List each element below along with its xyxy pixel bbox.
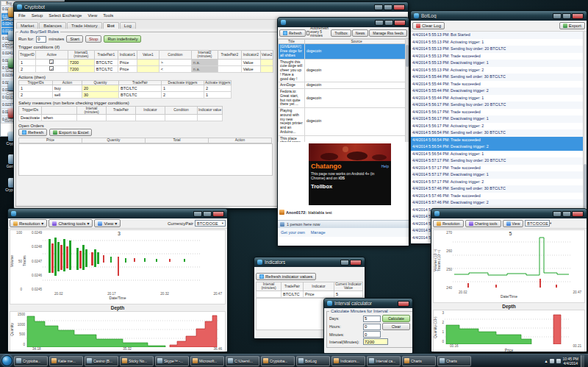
maximize-button[interactable]	[203, 211, 212, 217]
log-entry[interactable]: 4/4/2014 5:56:54 PM: Deactivating trigge…	[411, 143, 587, 151]
log-entry[interactable]: 4/4/2014 5:56:54 PM: Trade succeeded	[411, 137, 587, 144]
taskbar-window-button[interactable]: Skype™ -...	[155, 356, 189, 366]
log-entry[interactable]: 4/4/2014 5:55:44 PM: Activating trigger:…	[411, 95, 587, 102]
menu-item[interactable]: View	[85, 13, 99, 18]
close-button[interactable]	[572, 211, 584, 217]
log-entry[interactable]: 4/4/2014 5:57:46 PM: Trade succeeded	[411, 193, 587, 200]
log-entry[interactable]: 4/4/2014 5:56:17 PM: Activating trigger:…	[411, 123, 587, 130]
taskbar-window-button[interactable]: Charts	[402, 356, 436, 366]
taskbar-window-button[interactable]: Charts	[437, 356, 471, 366]
start-button[interactable]: Start	[66, 35, 83, 43]
help-link[interactable]: Help	[381, 164, 389, 168]
autorefresh-checkbox[interactable]	[306, 31, 310, 35]
taskbar-window-button[interactable]: C:\Users\...	[226, 356, 259, 366]
charting-tools-button[interactable]: Charting tools▾	[49, 219, 93, 227]
charts-titlebar[interactable]	[8, 209, 227, 218]
close-button[interactable]	[350, 260, 362, 266]
refresh-orders-button[interactable]: Refresh	[18, 129, 47, 136]
log-entry[interactable]: 4/4/2014 5:57:17 PM: Trade succeeded	[411, 165, 587, 172]
log-entry[interactable]: 4/4/2014 5:55:13 PM: Deactivating trigge…	[411, 60, 587, 67]
clock[interactable]: 10:45 PM 4/4/2014	[563, 357, 578, 366]
minimize-button[interactable]	[340, 260, 349, 266]
minimize-button[interactable]	[375, 20, 384, 26]
maximize-button[interactable]	[384, 20, 393, 26]
trigger-row[interactable]: 1 ✓ 7200 BTC/LTC Price > n.a. Value	[19, 59, 273, 65]
menu-item[interactable]: Select Exchange	[46, 13, 84, 18]
log-entry[interactable]: 4/4/2014 5:56:17 PM: Trade succeeded	[411, 109, 587, 116]
manage-link[interactable]: Manage	[311, 230, 326, 235]
news-row[interactable]: AnnDoge dogecoin	[279, 82, 409, 89]
close-button[interactable]	[212, 211, 224, 217]
menu-item[interactable]: Setup	[29, 13, 46, 18]
tray-expand-icon[interactable]: ▴	[545, 358, 548, 363]
indicator-row[interactable]: BTC/LTC Price 5	[257, 291, 363, 297]
taskbar-window-button[interactable]: Cryptoba...	[14, 356, 48, 366]
calculate-button[interactable]: Calculate	[382, 315, 410, 322]
view-button[interactable]: View▾	[94, 219, 121, 227]
minimize-button[interactable]	[553, 211, 562, 217]
log-entry[interactable]: 4/4/2014 5:55:44 PM: Deactivating trigge…	[411, 88, 587, 95]
currencypair-select[interactable]: BTC/DOGE▾	[195, 220, 226, 227]
taskbar-window-button[interactable]: Indicators...	[331, 356, 365, 366]
menu-item[interactable]: Tools	[101, 13, 115, 18]
news-row[interactable]: Thought this cute doge will cheer you up…	[279, 59, 409, 82]
close-button[interactable]	[398, 301, 409, 307]
days-input[interactable]	[363, 316, 381, 322]
log-entry[interactable]: 4/4/2014 5:56:17 PM: Deactivating trigge…	[411, 115, 587, 123]
active-checkbox[interactable]: ✓	[49, 66, 54, 71]
taskbar-window-button[interactable]: Sticky No...	[120, 356, 154, 366]
manage-rss-button[interactable]: Manage Rss feeds	[369, 29, 407, 37]
log-entry[interactable]: 4/4/2014 5:57:46 PM: Deactivating trigge…	[411, 199, 587, 207]
cryptobot-titlebar[interactable]: Cryptobot	[14, 2, 408, 12]
news-row[interactable]: This place should come with a warning la…	[279, 135, 409, 142]
tab[interactable]: Bot	[103, 22, 119, 29]
refresh-news-button[interactable]: Refresh	[279, 29, 306, 37]
scrollbar[interactable]	[405, 39, 409, 142]
view-button[interactable]: View	[503, 220, 524, 227]
show-desktop-button[interactable]	[581, 355, 584, 367]
active-checkbox[interactable]: ✓	[49, 60, 54, 64]
taskbar-window-button[interactable]: Microsoft...	[190, 356, 224, 366]
log-entry[interactable]: 4/4/2014 5:57:17 PM: Activating trigger:…	[411, 179, 587, 186]
tab[interactable]: Market	[16, 22, 38, 29]
minimize-button[interactable]	[193, 211, 202, 217]
indicators-titlebar[interactable]: Indicators	[254, 257, 365, 267]
minutes-input[interactable]	[363, 331, 381, 338]
action-row[interactable]: 1 buy 20 BTC/LTC 1 2	[19, 85, 232, 91]
taskbar-window-button[interactable]: BotLog	[296, 356, 330, 366]
export-excel-button[interactable]: Export to Excel	[49, 129, 92, 136]
log-entry[interactable]: 4/4/2014 5:56:17 PM: Sending buy order: …	[411, 101, 587, 109]
log-entry[interactable]: 4/4/2014 5:55:13 PM: Activating trigger:…	[411, 39, 587, 46]
log-entry[interactable]: 4/4/2014 5:55:44 PM: Sending sell order:…	[411, 74, 587, 81]
resolution-button[interactable]: Resolution▾	[10, 219, 47, 227]
log-entry[interactable]: 4/4/2014 5:56:54 PM: Sending sell order:…	[411, 129, 587, 137]
log-entry[interactable]: 4/4/2014 5:57:46 PM: Sending sell order:…	[411, 185, 587, 193]
stop-button[interactable]: Stop	[85, 35, 101, 43]
charts-titlebar[interactable]	[431, 209, 587, 218]
minimize-button[interactable]	[374, 4, 383, 10]
taskbar-window-button[interactable]: Interval ca...	[367, 356, 401, 366]
log-entry[interactable]: 4/4/2014 5:55:13 PM: Trade succeeded	[411, 53, 587, 60]
close-button[interactable]	[393, 4, 405, 10]
run-indefinitely-button[interactable]: Run indefinitely	[104, 35, 141, 43]
trollbox-button[interactable]: Trollbox	[331, 29, 351, 37]
menu-item[interactable]: File	[16, 13, 28, 18]
clear-button[interactable]: Clear	[382, 323, 410, 330]
maximize-button[interactable]	[384, 4, 392, 10]
scrollbar-thumb[interactable]	[406, 45, 409, 67]
taskbar-window-button[interactable]: Cryptoba...	[261, 356, 295, 366]
safety-row[interactable]: Deactivate when	[19, 115, 223, 121]
tab[interactable]: Balances	[39, 22, 66, 29]
log-entry[interactable]: 4/4/2014 5:56:54 PM: Activating trigger:…	[411, 151, 587, 158]
charting-tools-button[interactable]: Charting tools	[465, 220, 501, 227]
log-entry[interactable]: 4/4/2014 5:55:13 PM: Activating trigger:…	[411, 67, 587, 74]
clear-log-button[interactable]: Clear Log	[412, 22, 445, 29]
botlog-titlebar[interactable]: BotLog	[411, 11, 587, 21]
run-for-input[interactable]	[36, 36, 46, 43]
news-row[interactable]: [GIVEAWAY] Free doge for all shibes doge…	[279, 44, 409, 59]
log-entry[interactable]: 4/4/2014 5:55:44 PM: Trade succeeded	[411, 81, 587, 88]
hours-input[interactable]	[363, 324, 381, 330]
resolution-button[interactable]: Resolution	[433, 220, 464, 227]
action-row[interactable]: 2 sell 30 BTC/LTC 2 1	[19, 91, 232, 98]
refresh-indicators-button[interactable]: Refresh indicator values	[256, 273, 316, 280]
